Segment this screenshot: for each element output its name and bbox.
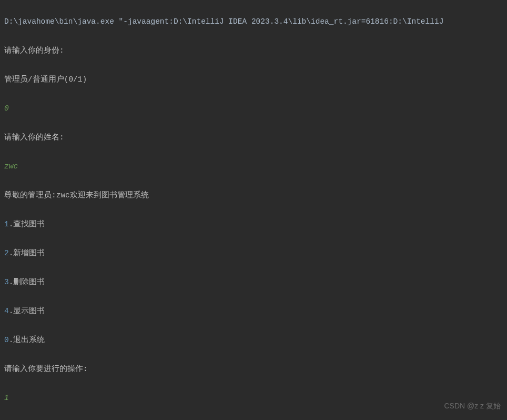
user-input-name: zwc bbox=[4, 159, 503, 174]
watermark: CSDN @z z 复始 bbox=[444, 399, 501, 414]
command-line: D:\javahome\bin\java.exe "-javaagent:D:\… bbox=[4, 15, 503, 29]
prompt-identity: 请输入你的身份: bbox=[4, 44, 503, 58]
identity-options: 管理员/普通用户(0/1) bbox=[4, 73, 503, 87]
prompt-name: 请输入你的姓名: bbox=[4, 131, 503, 145]
welcome-message-1: 尊敬的管理员:zwc欢迎来到图书管理系统 bbox=[4, 188, 503, 203]
console-output: D:\javahome\bin\java.exe "-javaagent:D:\… bbox=[0, 0, 507, 420]
menu-item-1: 1.查找图书 bbox=[4, 217, 503, 232]
menu-item-0: 0.退出系统 bbox=[4, 333, 503, 348]
user-input-identity: 0 bbox=[4, 102, 503, 116]
menu-item-4: 4.显示图书 bbox=[4, 304, 503, 319]
user-input-op1: 1 bbox=[4, 391, 503, 406]
menu-item-2: 2.新增图书 bbox=[4, 246, 503, 261]
prompt-operation-1: 请输入你要进行的操作: bbox=[4, 362, 503, 377]
menu-item-3: 3.删除图书 bbox=[4, 275, 503, 290]
